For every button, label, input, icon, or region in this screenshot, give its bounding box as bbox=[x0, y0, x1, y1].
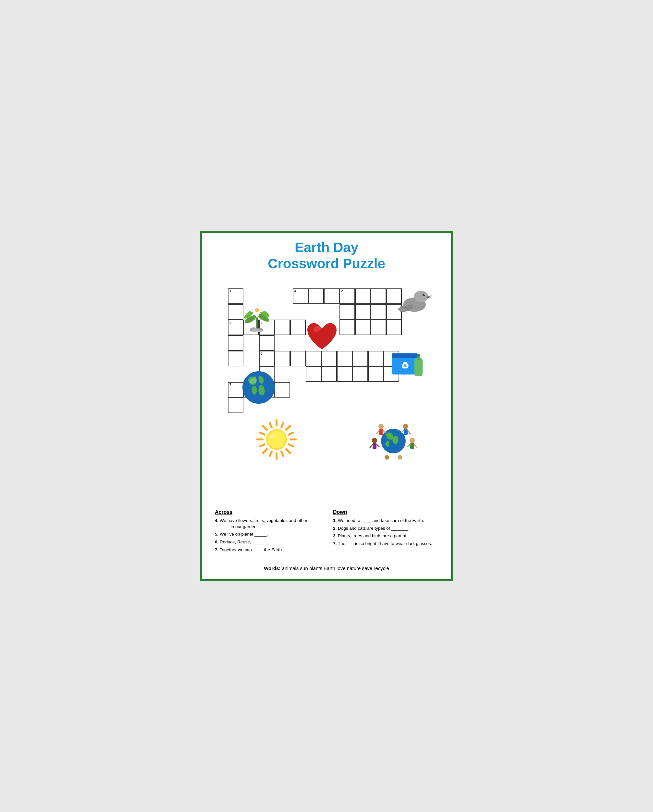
svg-line-44 bbox=[270, 423, 272, 427]
svg-line-47 bbox=[289, 433, 293, 435]
svg-point-8 bbox=[256, 312, 259, 317]
cell-4-0f[interactable] bbox=[371, 288, 386, 304]
cell-r5-10[interactable] bbox=[384, 366, 399, 382]
cell-4-0g[interactable] bbox=[386, 288, 402, 304]
seal-decoration bbox=[397, 282, 432, 316]
cell-7-2[interactable] bbox=[259, 382, 275, 398]
svg-point-58 bbox=[403, 424, 408, 429]
cell-6-5[interactable] bbox=[337, 351, 352, 366]
svg-point-53 bbox=[381, 429, 406, 453]
cell-3-5[interactable] bbox=[259, 366, 275, 382]
svg-line-48 bbox=[282, 423, 283, 427]
cell-r1-5[interactable] bbox=[355, 304, 371, 320]
svg-point-3 bbox=[243, 309, 255, 320]
page: Earth Day Crossword Puzzle 1 4 2 5 3 bbox=[200, 231, 453, 581]
cell-r2-7[interactable] bbox=[371, 320, 386, 335]
cell-r2-8[interactable] bbox=[386, 320, 402, 335]
cell-r2-5[interactable] bbox=[339, 320, 355, 335]
people-earth-decoration bbox=[367, 415, 419, 462]
cell-r5-8[interactable] bbox=[352, 366, 368, 382]
cell-2-1[interactable] bbox=[339, 304, 355, 320]
across-clue-7: 7. Together we can ____ the Earth. bbox=[215, 547, 320, 553]
svg-line-40 bbox=[286, 426, 290, 430]
cell-6-7[interactable] bbox=[368, 351, 384, 366]
svg-rect-33 bbox=[417, 354, 420, 357]
svg-point-24 bbox=[312, 325, 322, 333]
cell-1-3[interactable] bbox=[228, 335, 244, 351]
page-title: Earth Day Crossword Puzzle bbox=[209, 240, 444, 272]
svg-point-72 bbox=[397, 455, 402, 459]
svg-point-15 bbox=[414, 291, 428, 302]
svg-point-50 bbox=[266, 429, 287, 450]
svg-line-42 bbox=[260, 433, 265, 435]
cell-6-3[interactable] bbox=[306, 351, 321, 366]
cell-7-0[interactable]: 7 bbox=[228, 382, 244, 398]
down-heading: Down bbox=[333, 509, 438, 515]
svg-line-45 bbox=[282, 452, 283, 456]
word-bank-words: animals sun plants Earth love nature sav… bbox=[282, 565, 389, 571]
cell-4-0a[interactable]: 4 bbox=[293, 288, 308, 304]
svg-line-39 bbox=[286, 449, 290, 453]
cell-r5-5[interactable] bbox=[306, 366, 321, 382]
crossword-puzzle-area: 1 4 2 5 3 6 bbox=[209, 279, 444, 499]
svg-line-19 bbox=[428, 296, 432, 297]
svg-line-38 bbox=[263, 426, 267, 430]
svg-line-56 bbox=[376, 430, 379, 434]
svg-point-70 bbox=[385, 455, 389, 459]
cell-5-4[interactable] bbox=[290, 320, 306, 335]
across-clues: Across 4. We have flowers, fruits, veget… bbox=[215, 509, 320, 555]
heart-decoration bbox=[306, 321, 338, 353]
cell-r1-7[interactable] bbox=[386, 304, 402, 320]
svg-point-52 bbox=[269, 433, 277, 439]
down-clue-3: 3. Plants, trees and birds are a part of… bbox=[333, 533, 438, 539]
cell-3-3[interactable] bbox=[259, 335, 275, 351]
svg-line-69 bbox=[414, 444, 417, 447]
cell-3-0[interactable]: 3 bbox=[259, 320, 275, 335]
cell-1-4[interactable] bbox=[228, 351, 244, 366]
down-clues: Down 1. We need to ____ and take care of… bbox=[333, 509, 438, 555]
sun-decoration bbox=[256, 418, 298, 462]
cell-1-0[interactable]: 1 bbox=[228, 288, 244, 304]
down-clue-1: 1. We need to ____ and take care of the … bbox=[333, 518, 438, 524]
svg-point-10 bbox=[259, 308, 265, 312]
across-clue-5: 5. We live on planet _____. bbox=[215, 531, 320, 537]
cell-5-0[interactable]: 5 bbox=[228, 320, 244, 335]
svg-point-6 bbox=[255, 308, 259, 312]
svg-rect-59 bbox=[404, 429, 408, 435]
across-clue-4: 4. We have flowers, fruits, vegetables a… bbox=[215, 518, 320, 530]
svg-line-49 bbox=[270, 452, 272, 456]
cell-5-3[interactable] bbox=[275, 320, 290, 335]
svg-rect-32 bbox=[417, 356, 420, 360]
cell-6-2[interactable] bbox=[290, 351, 306, 366]
cell-1-1[interactable] bbox=[228, 304, 244, 320]
cell-6-6[interactable] bbox=[352, 351, 368, 366]
cell-2-0[interactable]: 2 bbox=[339, 288, 355, 304]
cell-7d-0[interactable] bbox=[228, 398, 244, 413]
cell-4-0b[interactable] bbox=[308, 288, 324, 304]
cell-r5-9[interactable] bbox=[368, 366, 384, 382]
svg-point-51 bbox=[268, 430, 286, 449]
word-bank-label: Words: bbox=[264, 565, 280, 571]
cell-6-4[interactable] bbox=[321, 351, 337, 366]
cell-4-0e[interactable] bbox=[355, 288, 371, 304]
cell-7-3[interactable] bbox=[275, 382, 290, 398]
cell-7-1[interactable] bbox=[244, 382, 259, 398]
down-clue-7: 7. The ___ is so bright I have to wear d… bbox=[333, 541, 438, 547]
svg-point-4 bbox=[258, 308, 271, 319]
svg-line-65 bbox=[376, 444, 379, 447]
cell-r1-6[interactable] bbox=[371, 304, 386, 320]
svg-point-66 bbox=[409, 438, 415, 443]
cell-4-0c[interactable] bbox=[324, 288, 339, 304]
cell-6-0[interactable]: 6 bbox=[259, 351, 275, 366]
cell-r5-6[interactable] bbox=[321, 366, 337, 382]
cell-r2-6[interactable] bbox=[355, 320, 371, 335]
cell-5-1[interactable] bbox=[244, 320, 259, 335]
svg-line-20 bbox=[428, 298, 432, 298]
svg-point-5 bbox=[253, 306, 261, 314]
svg-line-43 bbox=[289, 444, 293, 446]
svg-rect-31 bbox=[414, 358, 423, 376]
cell-6-1[interactable] bbox=[275, 351, 290, 366]
cell-6-8[interactable] bbox=[384, 351, 399, 366]
cell-r5-7[interactable] bbox=[337, 366, 352, 382]
svg-line-61 bbox=[408, 430, 410, 434]
